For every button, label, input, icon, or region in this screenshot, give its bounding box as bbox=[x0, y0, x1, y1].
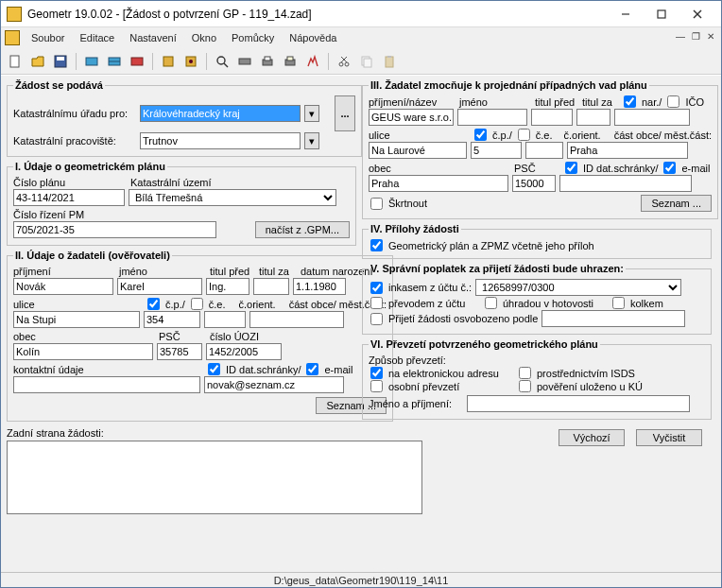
kontakt-input[interactable] bbox=[13, 376, 200, 393]
print-icon[interactable] bbox=[257, 51, 278, 72]
z-psc-input[interactable] bbox=[512, 175, 556, 192]
vycistit-button[interactable]: Vyčistit bbox=[636, 429, 702, 446]
jmeno-input[interactable] bbox=[117, 278, 202, 295]
svg-point-22 bbox=[345, 62, 349, 66]
z-obec-input[interactable] bbox=[369, 175, 508, 192]
z-ulice-input[interactable] bbox=[369, 142, 467, 159]
window-title: Geometr 19.0.02 - [Žádost o potvrzení GP… bbox=[27, 8, 608, 21]
vychozi-button[interactable]: Výchozí bbox=[559, 429, 625, 446]
dropdown-icon[interactable]: ▾ bbox=[304, 105, 319, 122]
osvobozen-check[interactable] bbox=[370, 313, 383, 325]
idds-input[interactable] bbox=[204, 376, 344, 393]
titul-pred-input[interactable] bbox=[206, 278, 249, 295]
z-jmeno-input[interactable] bbox=[457, 109, 527, 126]
osobni-check[interactable] bbox=[370, 380, 383, 392]
z-ce-check[interactable] bbox=[518, 129, 530, 141]
z-titul-pred-input[interactable] bbox=[531, 109, 573, 126]
save-icon[interactable] bbox=[50, 51, 71, 72]
titul-za-input[interactable] bbox=[253, 278, 289, 295]
z-nar-input[interactable] bbox=[614, 109, 690, 126]
z-cp-check[interactable] bbox=[474, 129, 487, 141]
nar-check[interactable] bbox=[624, 95, 636, 108]
tool-4-icon[interactable] bbox=[158, 51, 179, 72]
prijmeni-input[interactable] bbox=[13, 278, 113, 295]
tool-6-icon[interactable] bbox=[234, 51, 255, 72]
jp-input[interactable] bbox=[467, 395, 690, 412]
prevod-check[interactable] bbox=[370, 297, 383, 309]
email-check[interactable] bbox=[306, 363, 318, 375]
cislo-rizeni-input[interactable] bbox=[13, 221, 216, 238]
elektr-check[interactable] bbox=[370, 367, 383, 379]
copy-icon[interactable] bbox=[356, 51, 377, 72]
cislo-planu-label: Číslo plánu bbox=[13, 177, 65, 188]
sec3-legend: III. Žadatel zmocňuje k projednání přípa… bbox=[369, 79, 649, 91]
urad-input[interactable] bbox=[140, 105, 301, 122]
kat-uzemi-label: Katastrální území bbox=[130, 177, 212, 188]
cuozi-label: číslo ÚOZI bbox=[210, 331, 259, 342]
dropdown-icon[interactable]: ▾ bbox=[304, 132, 319, 149]
tool-3-icon[interactable] bbox=[127, 51, 147, 72]
menu-nastaveni[interactable]: Nastavení bbox=[122, 30, 184, 45]
open-icon[interactable] bbox=[27, 51, 48, 72]
cislo-planu-input[interactable] bbox=[13, 189, 125, 206]
minimize-button[interactable] bbox=[608, 4, 644, 25]
skrtnout-check[interactable] bbox=[370, 198, 383, 210]
maximize-button[interactable] bbox=[644, 4, 679, 25]
tool-5-icon[interactable] bbox=[180, 51, 201, 72]
mdi-close-button[interactable]: ✕ bbox=[704, 29, 717, 43]
prevod-label: převodem z účtu bbox=[388, 298, 479, 309]
datum-input[interactable] bbox=[293, 278, 346, 295]
browse-button[interactable]: ... bbox=[335, 95, 355, 131]
ulice-input[interactable] bbox=[13, 311, 140, 328]
tool-2-icon[interactable] bbox=[104, 51, 125, 72]
cut-icon[interactable] bbox=[334, 51, 354, 72]
app-icon bbox=[7, 7, 22, 22]
idds-check[interactable] bbox=[208, 363, 220, 375]
zadni-textarea[interactable] bbox=[7, 441, 422, 514]
menu-editace[interactable]: Editace bbox=[72, 30, 122, 45]
z-cast-obce-input[interactable] bbox=[567, 142, 688, 159]
cuozi-input[interactable] bbox=[206, 343, 282, 360]
z-prijmeni-input[interactable] bbox=[369, 109, 454, 126]
z-corient-input[interactable] bbox=[525, 142, 563, 159]
preview-icon[interactable] bbox=[212, 51, 232, 72]
cp-check[interactable] bbox=[147, 298, 160, 310]
mdi-restore-button[interactable]: ❐ bbox=[689, 29, 702, 43]
ku-check[interactable] bbox=[519, 380, 531, 392]
hotovost-check[interactable] bbox=[485, 297, 497, 309]
z-titul-za-input[interactable] bbox=[576, 109, 610, 126]
prac-input[interactable] bbox=[140, 132, 301, 149]
menu-pomucky[interactable]: Pomůcky bbox=[224, 30, 282, 45]
ce-check[interactable] bbox=[191, 298, 203, 310]
kolek-check[interactable] bbox=[612, 297, 625, 309]
cast-obce-input[interactable] bbox=[249, 311, 344, 328]
paste-icon[interactable] bbox=[379, 51, 400, 72]
osvobozen-input[interactable] bbox=[542, 310, 685, 327]
mdi-minimize-button[interactable]: — bbox=[674, 29, 687, 43]
psc-input[interactable] bbox=[157, 343, 202, 360]
nacist-gpm-button[interactable]: načíst z .GPM... bbox=[255, 221, 350, 238]
obec-input[interactable] bbox=[13, 343, 153, 360]
menu-soubor[interactable]: Soubor bbox=[24, 30, 72, 45]
cp-input[interactable] bbox=[144, 311, 200, 328]
isds-check[interactable] bbox=[519, 367, 531, 379]
corient-input[interactable] bbox=[204, 311, 246, 328]
z-seznam-button[interactable]: Seznam ... bbox=[641, 195, 712, 212]
menu-okno[interactable]: Okno bbox=[184, 30, 224, 45]
close-button[interactable] bbox=[679, 4, 715, 25]
inkaso-select[interactable]: 12658997/0300 bbox=[475, 279, 681, 296]
new-icon[interactable] bbox=[5, 51, 26, 72]
ico-check[interactable] bbox=[667, 95, 679, 108]
tool-7-icon[interactable] bbox=[302, 51, 323, 72]
z-email-check[interactable] bbox=[663, 162, 676, 174]
z-idds-check[interactable] bbox=[565, 162, 577, 174]
inkaso-check[interactable] bbox=[370, 282, 383, 294]
z-cp-input[interactable] bbox=[471, 142, 522, 159]
z-obec-label: obec bbox=[369, 163, 391, 174]
print-2-icon[interactable] bbox=[280, 51, 301, 72]
kat-uzemi-select[interactable]: Bílá Třemešná bbox=[129, 189, 336, 206]
z-idds-input[interactable] bbox=[559, 175, 692, 192]
gp-check[interactable] bbox=[370, 239, 383, 251]
menu-napoveda[interactable]: Nápověda bbox=[282, 30, 344, 45]
tool-1-icon[interactable] bbox=[81, 51, 102, 72]
